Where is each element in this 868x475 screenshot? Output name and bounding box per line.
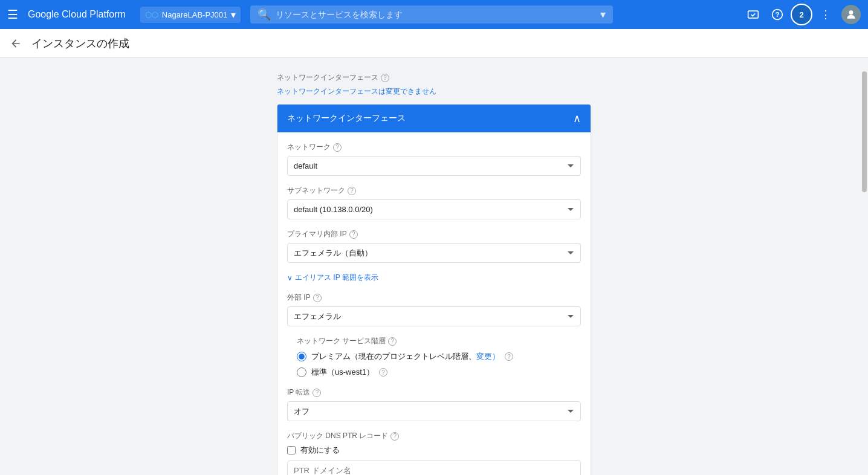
ptr-domain-input[interactable] xyxy=(287,460,581,475)
tier-radio-group: プレミアム（現在のプロジェクトレベル階層、変更） ? 標準（us-west1） … xyxy=(297,351,581,378)
scroll-thumb[interactable] xyxy=(862,71,867,192)
section-label: ネットワークインターフェース ? xyxy=(277,73,591,83)
network-service-tier-section: ネットワーク サービス階層 ? プレミアム（現在のプロジェクトレベル階層、変更）… xyxy=(297,336,581,378)
premium-radio[interactable] xyxy=(297,352,306,361)
network-help-icon[interactable]: ? xyxy=(333,143,342,152)
panel-header[interactable]: ネットワークインターフェース ∧ xyxy=(277,105,591,132)
standard-label: 標準（us-west1） xyxy=(311,367,374,378)
network-label: ネットワーク ? xyxy=(287,142,581,152)
network-interface-panel: ネットワークインターフェース ∧ ネットワーク ? default xyxy=(277,104,591,475)
search-chevron-icon[interactable]: ▾ xyxy=(600,8,606,21)
standard-radio[interactable] xyxy=(297,367,306,377)
primary-ip-help-icon[interactable]: ? xyxy=(349,230,358,239)
external-ip-select[interactable]: エフェメラル xyxy=(287,306,581,326)
more-icon: ⋮ xyxy=(820,8,831,21)
dns-ptr-help-icon[interactable]: ? xyxy=(390,432,399,441)
network-field-group: ネットワーク ? default xyxy=(287,142,581,176)
top-navigation: ☰ Google Cloud Platform ⬡⬡ NagareLAB-PJ0… xyxy=(0,0,868,29)
notif-count: 2 xyxy=(799,10,803,19)
project-selector[interactable]: ⬡⬡ NagareLAB-PJ001 ▾ xyxy=(140,7,241,23)
primary-ip-field-group: プライマリ内部 IP ? エフェメラル（自動） xyxy=(287,229,581,263)
more-options-button[interactable]: ⋮ xyxy=(815,4,837,25)
subnet-label: サブネットワーク ? xyxy=(287,186,581,196)
ip-forwarding-label: IP 転送 ? xyxy=(287,387,581,398)
external-ip-help-icon[interactable]: ? xyxy=(313,294,322,302)
alias-chevron-icon: ∨ xyxy=(287,274,293,282)
tier-help-icon[interactable]: ? xyxy=(388,337,397,346)
form-container: ネットワークインターフェース ? ネットワークインターフェースは変更できません … xyxy=(277,73,591,475)
app-logo: Google Cloud Platform xyxy=(28,9,126,20)
project-icon: ⬡⬡ xyxy=(145,10,158,19)
project-name: NagareLAB-PJ001 xyxy=(162,10,227,19)
ip-forwarding-field-group: IP 転送 ? オフ xyxy=(287,387,581,421)
section-subtitle: ネットワークインターフェースは変更できません xyxy=(277,86,591,97)
panel-body: ネットワーク ? default サブネットワーク ? default (10.… xyxy=(277,132,591,475)
svg-point-3 xyxy=(849,10,853,15)
menu-icon[interactable]: ☰ xyxy=(7,7,18,22)
secondary-navigation: インスタンスの作成 xyxy=(0,29,868,58)
premium-change-link[interactable]: 変更） xyxy=(476,352,500,361)
standard-help-icon[interactable]: ? xyxy=(379,368,387,376)
ip-forwarding-select[interactable]: オフ xyxy=(287,401,581,421)
premium-help-icon[interactable]: ? xyxy=(505,352,513,361)
dns-ptr-enable-checkbox-row: 有効にする xyxy=(287,445,581,456)
panel-collapse-icon[interactable]: ∧ xyxy=(573,112,581,125)
help-button[interactable]: ? xyxy=(766,4,788,25)
search-icon: 🔍 xyxy=(257,8,271,21)
dns-ptr-label: パブリック DNS PTR レコード ? xyxy=(287,431,581,441)
primary-ip-select[interactable]: エフェメラル（自動） xyxy=(287,243,581,263)
user-avatar[interactable] xyxy=(841,5,861,24)
section-help-icon[interactable]: ? xyxy=(381,74,389,82)
premium-tier-option: プレミアム（現在のプロジェクトレベル階層、変更） ? xyxy=(297,351,581,362)
ip-forwarding-help-icon[interactable]: ? xyxy=(313,389,321,397)
dns-ptr-enable-checkbox[interactable] xyxy=(287,446,296,454)
svg-text:?: ? xyxy=(775,10,779,18)
page-title: インスタンスの作成 xyxy=(31,36,129,51)
panel-title: ネットワークインターフェース xyxy=(287,113,406,124)
cloud-shell-button[interactable] xyxy=(742,4,764,25)
scrollbar[interactable] xyxy=(861,58,868,475)
standard-tier-option: 標準（us-west1） ? xyxy=(297,367,581,378)
primary-ip-label: プライマリ内部 IP ? xyxy=(287,229,581,239)
notifications-button[interactable]: 2 xyxy=(791,4,812,25)
subnet-select[interactable]: default (10.138.0.0/20) xyxy=(287,199,581,219)
search-bar[interactable]: 🔍 ▾ xyxy=(250,5,613,24)
premium-label: プレミアム（現在のプロジェクトレベル階層、変更） xyxy=(311,351,500,362)
svg-rect-0 xyxy=(748,11,759,18)
tier-label: ネットワーク サービス階層 ? xyxy=(297,336,581,346)
alias-ip-link[interactable]: ∨ エイリアス IP 範囲を表示 xyxy=(287,273,581,283)
dns-ptr-field-group: パブリック DNS PTR レコード ? 有効にする xyxy=(287,431,581,475)
subnet-help-icon[interactable]: ? xyxy=(348,187,356,195)
nav-right-actions: ? 2 ⋮ xyxy=(742,4,861,25)
dns-ptr-enable-label: 有効にする xyxy=(300,445,340,456)
subnet-field-group: サブネットワーク ? default (10.138.0.0/20) xyxy=(287,186,581,219)
external-ip-field-group: 外部 IP ? エフェメラル xyxy=(287,292,581,326)
main-content: ネットワークインターフェース ? ネットワークインターフェースは変更できません … xyxy=(0,58,868,475)
external-ip-label: 外部 IP ? xyxy=(287,292,581,303)
back-button[interactable] xyxy=(10,37,22,50)
network-select[interactable]: default xyxy=(287,156,581,176)
section-header: ネットワークインターフェース ? ネットワークインターフェースは変更できません xyxy=(277,73,591,97)
search-input[interactable] xyxy=(271,10,600,19)
project-chevron-icon: ▾ xyxy=(231,9,236,21)
